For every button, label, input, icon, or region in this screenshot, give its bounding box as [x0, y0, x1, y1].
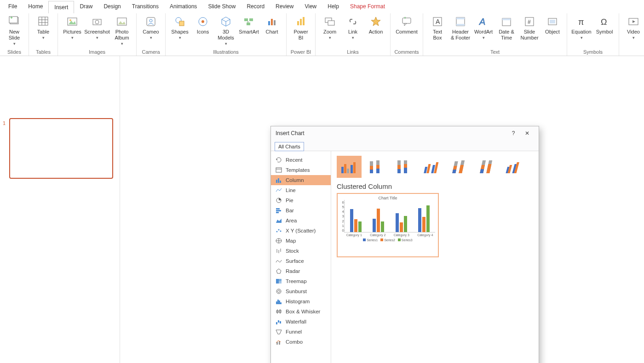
svg-rect-15: [147, 17, 155, 26]
chart-category-combo[interactable]: Combo: [271, 337, 331, 347]
pictures-button[interactable]: Pictures▾: [61, 15, 84, 41]
tab-all-charts[interactable]: All Charts: [275, 142, 304, 151]
svg-text:A: A: [479, 17, 485, 27]
chevron-down-icon: ▾: [632, 35, 635, 41]
slide-number-label: 1: [3, 120, 6, 126]
chart-icon: [265, 15, 278, 28]
menu-design[interactable]: Design: [98, 0, 126, 12]
chart-category-box-whisker[interactable]: Box & Whisker: [271, 306, 331, 317]
chart-subtype-2[interactable]: [364, 156, 389, 178]
chart-subtype-3[interactable]: [392, 156, 417, 178]
chart-category-waterfall[interactable]: Waterfall: [271, 317, 331, 327]
chart-category-surface[interactable]: Surface: [271, 256, 331, 266]
shapes-icon: [173, 15, 186, 28]
chart-button[interactable]: Chart: [260, 15, 283, 35]
link-button[interactable]: Link▾: [341, 15, 364, 41]
chart-category-histogram[interactable]: Histogram: [271, 296, 331, 306]
object-button[interactable]: Object: [541, 15, 564, 35]
textbox-icon: A: [431, 15, 444, 28]
chart-subtype-7[interactable]: [502, 156, 527, 178]
menu-insert[interactable]: Insert: [48, 1, 74, 13]
pi-icon: π: [575, 15, 588, 28]
header-footer-button[interactable]: Header & Footer: [449, 15, 472, 41]
new-slide-button[interactable]: +New Slide▾: [3, 15, 26, 47]
svg-rect-42: [456, 17, 465, 19]
chart-category-pie[interactable]: Pie: [271, 195, 331, 205]
menu-review[interactable]: Review: [270, 0, 299, 12]
chart-subtype-6[interactable]: [475, 156, 500, 178]
equation-button[interactable]: πEquation▾: [570, 15, 593, 41]
action-button[interactable]: Action: [364, 15, 387, 35]
comment-button[interactable]: +Comment: [393, 15, 420, 35]
chevron-down-icon: ▾: [150, 35, 152, 41]
svg-point-68: [276, 231, 278, 233]
chart-category-recent[interactable]: Recent: [271, 155, 331, 165]
table-button[interactable]: Table▾: [32, 15, 55, 41]
photo-album-button[interactable]: Photo Album▾: [110, 15, 133, 47]
chart-category-area[interactable]: Area: [271, 216, 331, 226]
icons-button[interactable]: Icons: [191, 15, 214, 35]
svg-rect-81: [276, 301, 277, 304]
svg-rect-50: [550, 20, 555, 23]
zoom-button[interactable]: Zoom▾: [318, 15, 341, 41]
svg-rect-111: [404, 168, 407, 173]
chart-category-sunburst[interactable]: Sunburst: [271, 286, 331, 296]
close-icon[interactable]: ✕: [520, 130, 534, 136]
svg-point-79: [276, 289, 281, 294]
menu-view[interactable]: View: [299, 0, 322, 12]
comment-icon: +: [400, 15, 413, 28]
shapes-button[interactable]: Shapes▾: [168, 15, 191, 41]
svg-rect-24: [249, 18, 253, 21]
screenshot-button[interactable]: Screenshot▾: [84, 15, 110, 41]
chart-category-column[interactable]: Column: [271, 175, 331, 185]
chart-subtype-4[interactable]: [420, 156, 444, 178]
chart-category-radar[interactable]: Radar: [271, 266, 331, 276]
menu-animations[interactable]: Animations: [164, 0, 202, 12]
chart-subtype-1[interactable]: [337, 156, 362, 178]
chart-category-map[interactable]: Map: [271, 236, 331, 246]
menu-record[interactable]: Record: [241, 0, 270, 12]
chart-category-funnel[interactable]: Funnel: [271, 327, 331, 337]
svg-rect-97: [347, 169, 349, 173]
svg-rect-32: [303, 17, 305, 25]
chart-category-line[interactable]: Line: [271, 185, 331, 195]
chart-category-stock[interactable]: Stock: [271, 246, 331, 256]
wordart-icon: A: [477, 15, 490, 28]
chart-category-list: RecentTemplatesColumnLinePieBarAreaX Y (…: [271, 151, 331, 363]
dialog-content: RecentTemplatesColumnLinePieBarAreaX Y (…: [271, 151, 539, 363]
svg-rect-108: [397, 169, 401, 173]
cameo-button[interactable]: Cameo▾: [139, 15, 162, 41]
chart-category-treemap[interactable]: Treemap: [271, 276, 331, 286]
chart-subtype-5[interactable]: [447, 156, 472, 178]
chart-category-x-y-scatter-[interactable]: X Y (Scatter): [271, 226, 331, 236]
chart-category-templates[interactable]: Templates: [271, 165, 331, 175]
3d-models-button[interactable]: 3D Models▾: [214, 15, 237, 47]
ribbon: +New Slide▾ Slides Table▾ Tables Picture…: [0, 13, 644, 56]
menu-help[interactable]: Help: [322, 0, 345, 12]
help-icon[interactable]: ?: [506, 130, 520, 136]
textbox-button[interactable]: AText Box: [426, 15, 449, 41]
smartart-button[interactable]: SmartArt: [237, 15, 260, 35]
svg-text:A: A: [436, 18, 440, 25]
svg-point-10: [69, 19, 71, 21]
menu-home[interactable]: Home: [23, 0, 48, 12]
menu-shape-format[interactable]: Shape Format: [345, 0, 391, 12]
chart-preview[interactable]: Chart Title 6543210 Category 1Category 2…: [337, 193, 439, 257]
chart-category-bar[interactable]: Bar: [271, 205, 331, 216]
wordart-button[interactable]: AWordArt▾: [472, 15, 495, 41]
symbol-button[interactable]: ΩSymbol: [593, 15, 616, 35]
powerbi-button[interactable]: Power BI: [289, 15, 312, 41]
menu-file[interactable]: File: [3, 0, 23, 12]
menu-draw[interactable]: Draw: [74, 0, 98, 12]
video-button[interactable]: Video▾: [622, 15, 644, 41]
svg-point-16: [150, 19, 152, 22]
category-icon: [275, 187, 283, 194]
zoom-icon: [323, 15, 336, 28]
slide-number-button[interactable]: #Slide Number: [518, 15, 541, 41]
menu-transitions[interactable]: Transitions: [126, 0, 164, 12]
date-time-button[interactable]: Date & Time: [495, 15, 518, 41]
svg-rect-123: [480, 169, 484, 173]
menu-slideshow[interactable]: Slide Show: [202, 0, 241, 12]
slide-thumbnail-1[interactable]: [9, 118, 113, 179]
video-icon: [627, 15, 640, 28]
